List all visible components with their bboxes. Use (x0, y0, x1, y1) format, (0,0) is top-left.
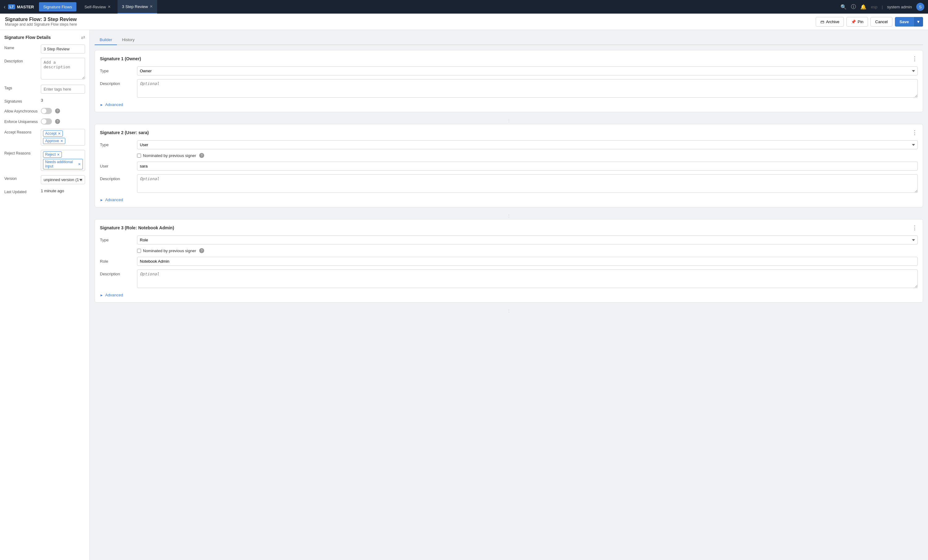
sig3-header: Signature 3 (Role: Notebook Admin) ⋮ (100, 224, 918, 231)
description-label: Description (4, 58, 38, 63)
sig2-nominated-row: Nominated by previous signer ? (100, 153, 918, 158)
enforce-uniqueness-label: Enforce Uniqueness (4, 119, 38, 124)
tags-label: Tags (4, 85, 38, 90)
sig3-type-row: Type Owner User Role (100, 236, 918, 245)
sig2-user-row: User (100, 161, 918, 170)
sig3-nominated-help-icon[interactable]: ? (199, 248, 204, 253)
last-updated-field-row: Last Updated 1 minute ago (4, 189, 85, 194)
tab-3step-review[interactable]: 3 Step Review ✕ (118, 0, 157, 14)
tags-input[interactable] (41, 85, 85, 94)
name-input[interactable] (41, 44, 85, 53)
sig2-nominated-help-icon[interactable]: ? (199, 153, 204, 158)
sig2-nominated-checkbox[interactable] (137, 154, 141, 158)
tab-signature-flows[interactable]: Signature Flows (39, 2, 76, 11)
sig3-wrap: Signature 3 (Role: Notebook Admin) ⋮ Typ… (95, 219, 923, 303)
approve-tag: Approve ✕ (43, 138, 65, 144)
tags-field-row: Tags (4, 85, 85, 94)
signature-card-3: Signature 3 (Role: Notebook Admin) ⋮ Typ… (95, 219, 923, 303)
main-content: Builder History Signature 1 (Owner) ⋮ Ty… (90, 30, 928, 560)
sig1-type-select[interactable]: Owner User Role (137, 67, 918, 75)
sig2-advanced-toggle[interactable]: ► Advanced (100, 198, 918, 202)
sig1-advanced-toggle[interactable]: ► Advanced (100, 102, 918, 107)
accept-reasons-value-col: Accept ✕ Approve ✕ (41, 129, 85, 146)
page-subtitle: Manage and add Signature Flow steps here (5, 22, 77, 27)
cancel-label: Cancel (875, 20, 887, 24)
sig3-role-input[interactable] (137, 257, 918, 266)
topnav-right-actions: 🔍 ⓘ 🔔 esp | system admin S (841, 3, 924, 11)
version-label: Version (4, 175, 38, 181)
tab-history[interactable]: History (117, 35, 139, 45)
sig3-description-input[interactable] (137, 269, 918, 288)
enforce-uniqueness-help-icon[interactable]: ? (55, 119, 60, 124)
approve-tag-remove[interactable]: ✕ (60, 139, 63, 143)
reject-reasons-container: Reject ✕ Needs additional input ✕ (41, 150, 85, 171)
main-layout: Signature Flow Details ⇄ Name Descriptio… (0, 30, 928, 560)
sig2-description-input[interactable] (137, 174, 918, 193)
allow-async-value-col: ? (41, 108, 85, 114)
sidebar: Signature Flow Details ⇄ Name Descriptio… (0, 30, 90, 560)
accept-tag: Accept ✕ (43, 131, 63, 137)
sig3-advanced-toggle[interactable]: ► Advanced (100, 293, 918, 297)
archive-button[interactable]: 🗃 Archive (816, 17, 844, 27)
allow-async-label: Allow Asynchronous (4, 108, 38, 113)
cancel-button[interactable]: Cancel (870, 17, 892, 27)
close-self-review-icon[interactable]: ✕ (108, 5, 111, 9)
sig1-description-input[interactable] (137, 79, 918, 97)
sig1-description-row: Description (100, 79, 918, 99)
pin-button[interactable]: 📌 Pin (846, 17, 868, 27)
reject-tag-remove[interactable]: ✕ (57, 153, 60, 157)
version-select[interactable]: unpinned version (1 mi... (41, 175, 85, 184)
notifications-icon[interactable]: 🔔 (860, 4, 867, 10)
sig1-title: Signature 1 (Owner) (100, 56, 141, 61)
help-icon[interactable]: ⓘ (851, 4, 856, 10)
close-3step-icon[interactable]: ✕ (150, 4, 153, 9)
accept-reasons-label: Accept Reasons (4, 129, 38, 134)
sidebar-collapse-button[interactable]: ⇄ (81, 34, 85, 40)
search-icon[interactable]: 🔍 (841, 4, 847, 10)
save-button-group: Save ▼ (895, 17, 923, 27)
sig3-role-label: Role (100, 257, 134, 263)
sig3-role-value (137, 257, 918, 266)
enforce-uniqueness-toggle[interactable] (41, 119, 52, 125)
sig3-menu-button[interactable]: ⋮ (912, 224, 918, 231)
sig3-advanced-label: Advanced (105, 293, 123, 297)
sig3-description-value (137, 269, 918, 289)
allow-async-toggle[interactable] (41, 108, 52, 114)
save-dropdown-button[interactable]: ▼ (913, 17, 923, 27)
sig3-nominated-checkbox[interactable] (137, 249, 141, 253)
back-button[interactable]: ‹ (4, 4, 6, 10)
needs-input-tag-remove[interactable]: ✕ (78, 162, 81, 166)
tab-builder[interactable]: Builder (95, 35, 117, 45)
sig2-type-select[interactable]: Owner User Role (137, 140, 918, 149)
page-title: Signature Flow: 3 Step Review (5, 17, 77, 22)
version-value-col: unpinned version (1 mi... (41, 175, 85, 184)
reject-tag: Reject ✕ (43, 151, 62, 158)
sig2-wrap: Signature 2 (User: sara) ⋮ Type Owner Us… (95, 124, 923, 207)
sig3-role-row: Role (100, 257, 918, 266)
reject-reasons-value-col: Reject ✕ Needs additional input ✕ (41, 150, 85, 171)
allow-async-help-icon[interactable]: ? (55, 108, 60, 113)
save-dropdown-icon: ▼ (916, 20, 920, 24)
sig1-advanced-label: Advanced (105, 102, 123, 107)
reject-tag-label: Reject (45, 152, 56, 157)
sig2-type-label: Type (100, 140, 134, 147)
accept-tag-remove[interactable]: ✕ (58, 132, 61, 136)
sig2-menu-button[interactable]: ⋮ (912, 129, 918, 136)
sig1-menu-button[interactable]: ⋮ (912, 55, 918, 62)
name-field-row: Name (4, 44, 85, 53)
needs-input-tag-label: Needs additional input (45, 160, 77, 169)
user-avatar-icon[interactable]: S (916, 3, 924, 11)
accept-tag-label: Accept (45, 131, 56, 136)
name-value-col (41, 44, 85, 53)
enforce-uniqueness-value-col: ? (41, 119, 85, 125)
content-tabs: Builder History (95, 35, 923, 45)
tab-self-review[interactable]: Self-Review ✕ (80, 0, 115, 14)
tab-self-review-label: Self-Review (84, 5, 106, 9)
sig2-user-input[interactable] (137, 161, 918, 170)
needs-input-tag: Needs additional input ✕ (43, 159, 83, 169)
save-button[interactable]: Save (895, 17, 913, 27)
signature-card-2: Signature 2 (User: sara) ⋮ Type Owner Us… (95, 124, 923, 207)
sig3-advanced-arrow-icon: ► (100, 293, 103, 297)
description-input[interactable] (41, 58, 85, 79)
sig3-type-select[interactable]: Owner User Role (137, 236, 918, 245)
